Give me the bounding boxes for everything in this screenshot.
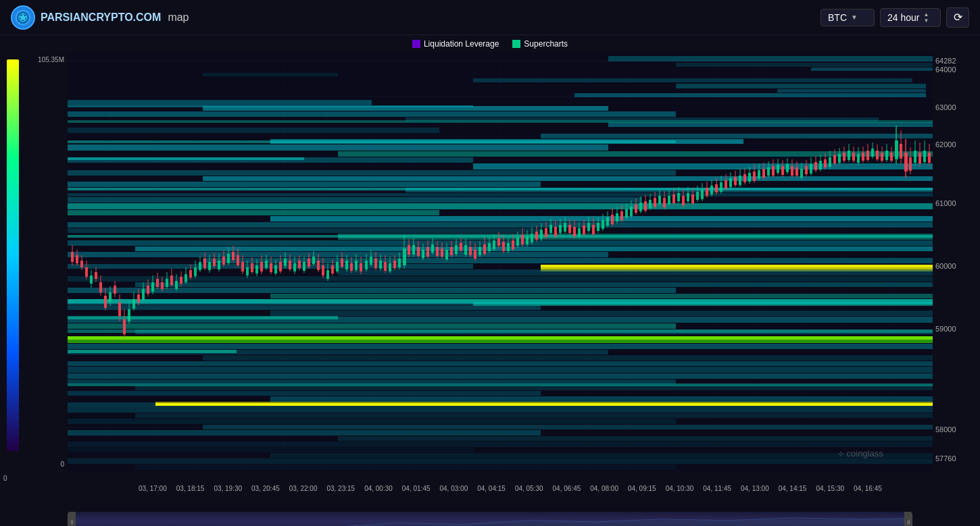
coin-selector[interactable]: BTC ▼ (820, 9, 875, 26)
svg-rect-96 (68, 407, 933, 413)
svg-rect-105 (68, 458, 933, 464)
svg-rect-67 (68, 252, 608, 257)
svg-rect-79 (68, 323, 676, 329)
svg-rect-50 (473, 163, 933, 169)
scroll-handle-left[interactable]: ⏸ (68, 512, 76, 526)
axis-zero: 0 (0, 475, 11, 482)
svg-rect-61 (541, 265, 933, 267)
svg-rect-31 (608, 56, 933, 61)
refresh-button[interactable]: ⟳ (946, 7, 969, 28)
svg-rect-51 (68, 170, 676, 176)
svg-rect-45 (541, 134, 933, 138)
header-controls: BTC ▼ 24 hour ▲ ▼ ⟳ (820, 7, 969, 28)
time-label-3: 03, 20:45 (251, 485, 280, 492)
left-axis-max: 105.35M (38, 56, 64, 63)
logo-area: PARSIANCRYPTO.COM map (11, 5, 189, 30)
bottom-timeline-area: 0 03, 17:00 03, 18:15 03, 19:30 03, 20:4… (0, 471, 980, 505)
time-label-7: 04, 01:45 (402, 485, 431, 492)
time-label: 24 hour (887, 12, 919, 23)
time-label-19: 04, 16:45 (854, 485, 882, 492)
svg-rect-43 (608, 122, 933, 127)
time-label-6: 04, 00:30 (364, 485, 393, 492)
svg-rect-98 (68, 419, 676, 424)
svg-rect-115 (68, 157, 304, 160)
svg-rect-103 (68, 448, 473, 452)
legend: Liquidation Leverage Supercharts (0, 35, 980, 53)
chart-svg: ⟡ coinglass (68, 53, 933, 471)
price-label-64282: 64282 (935, 57, 956, 65)
svg-rect-114 (68, 188, 933, 190)
time-label-5: 03, 23:15 (326, 485, 355, 492)
svg-rect-72 (135, 282, 933, 287)
svg-rect-52 (203, 176, 933, 181)
scroll-right-icon: ⏸ (906, 519, 911, 525)
svg-text:⟡ coinglass: ⟡ coinglass (838, 448, 883, 458)
svg-rect-113 (68, 235, 933, 238)
refresh-icon: ⟳ (954, 11, 962, 24)
time-label-11: 04, 06:45 (553, 485, 581, 492)
svg-rect-87 (68, 367, 933, 373)
time-label-9: 04, 04:15 (477, 485, 506, 492)
scrollbar-area: ⏸ ⏸ (0, 505, 980, 526)
svg-rect-37 (777, 89, 926, 93)
svg-rect-88 (68, 373, 933, 379)
svg-rect-118 (68, 105, 473, 107)
main-chart[interactable]: ⟡ coinglass (68, 53, 933, 471)
svg-rect-86 (68, 361, 933, 366)
timeline-labels: 03, 17:00 03, 18:15 03, 19:30 03, 20:45 … (135, 471, 885, 505)
svg-rect-99 (203, 425, 933, 429)
svg-rect-89 (68, 379, 676, 384)
svg-rect-102 (68, 442, 933, 447)
svg-rect-85 (203, 355, 933, 361)
svg-rect-44 (68, 128, 439, 133)
svg-rect-111 (68, 316, 338, 319)
price-label-57760: 57760 (935, 454, 956, 463)
left-axis: 105.35M 0 (0, 53, 68, 471)
time-label-18: 04, 15:30 (816, 485, 844, 492)
svg-rect-57 (68, 203, 933, 209)
svg-rect-32 (676, 63, 933, 67)
left-axis-min: 0 (60, 461, 64, 468)
svg-rect-116 (68, 140, 676, 143)
logo-text: PARSIANCRYPTO.COM (41, 11, 161, 24)
legend-color-supercharts (512, 40, 520, 48)
time-label-13: 04, 09:15 (628, 485, 656, 492)
svg-rect-63 (68, 228, 541, 233)
legend-item-liquidation: Liquidation Leverage (412, 39, 499, 49)
svg-rect-41 (68, 111, 676, 117)
svg-rect-70 (338, 269, 933, 275)
chart-container: 105.35M 0 (0, 53, 980, 471)
time-label-1: 03, 18:15 (176, 485, 205, 492)
scroll-handle-right[interactable]: ⏸ (904, 512, 912, 526)
svg-rect-53 (68, 182, 541, 187)
svg-rect-38 (574, 93, 926, 97)
scrollbar-thumb (68, 512, 912, 526)
scroll-left-icon: ⏸ (69, 519, 74, 525)
svg-rect-106 (135, 465, 676, 470)
time-label-8: 04, 03:00 (440, 485, 468, 492)
svg-rect-33 (811, 68, 933, 71)
time-selector[interactable]: 24 hour ▲ ▼ (880, 8, 941, 27)
svg-rect-83 (68, 344, 933, 349)
svg-rect-34 (203, 73, 338, 76)
svg-rect-117 (68, 120, 933, 123)
time-label-15: 04, 11:45 (703, 485, 731, 492)
svg-rect-74 (270, 294, 933, 298)
price-label-59000: 59000 (935, 325, 956, 333)
svg-rect-47 (68, 144, 608, 151)
legend-color-liquidation (412, 40, 420, 48)
legend-label-liquidation: Liquidation Leverage (424, 39, 499, 49)
logo-icon (11, 5, 35, 30)
svg-rect-97 (135, 413, 933, 418)
svg-rect-91 (68, 391, 541, 396)
svg-rect-56 (68, 197, 642, 203)
svg-rect-110 (473, 303, 933, 306)
scrollbar-track[interactable]: ⏸ ⏸ (68, 512, 912, 526)
time-arrows: ▲ ▼ (923, 11, 929, 24)
gradient-bar (7, 59, 19, 451)
time-label-10: 04, 05:30 (515, 485, 543, 492)
time-label-16: 04, 13:00 (741, 485, 769, 492)
svg-rect-104 (270, 453, 933, 458)
price-label-61000: 61000 (935, 199, 956, 207)
time-label-17: 04, 14:15 (779, 485, 807, 492)
